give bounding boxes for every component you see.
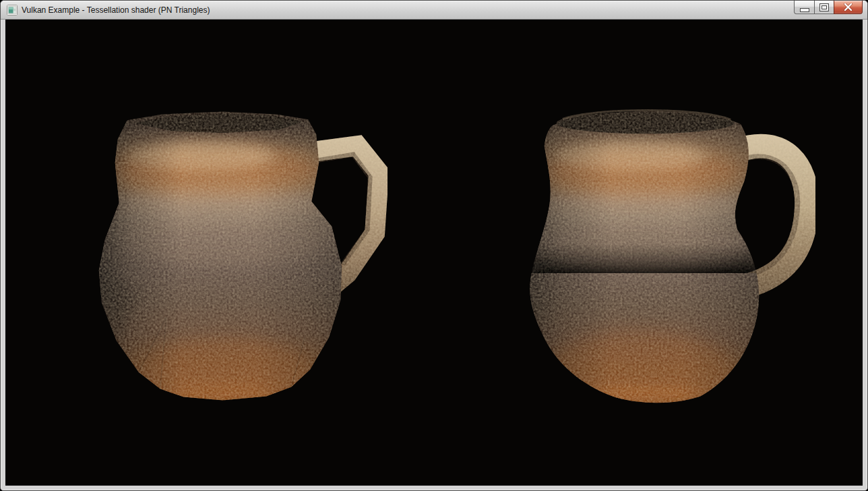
window-title: Vulkan Example - Tessellation shader (PN… xyxy=(22,1,210,20)
maximize-icon xyxy=(819,3,829,11)
close-button[interactable] xyxy=(834,1,863,14)
scene-canvas xyxy=(6,20,862,485)
clay-jug-right xyxy=(530,110,807,408)
app-icon xyxy=(7,5,18,16)
minimize-icon xyxy=(800,8,809,12)
render-viewport[interactable] xyxy=(5,20,863,486)
window-controls xyxy=(795,1,863,14)
close-icon xyxy=(844,3,852,11)
clay-jug-left xyxy=(99,111,379,407)
minimize-button[interactable] xyxy=(794,1,815,14)
titlebar[interactable]: Vulkan Example - Tessellation shader (PN… xyxy=(1,1,867,20)
vulkan-example-window: Vulkan Example - Tessellation shader (PN… xyxy=(0,0,868,491)
maximize-button[interactable] xyxy=(814,1,834,14)
